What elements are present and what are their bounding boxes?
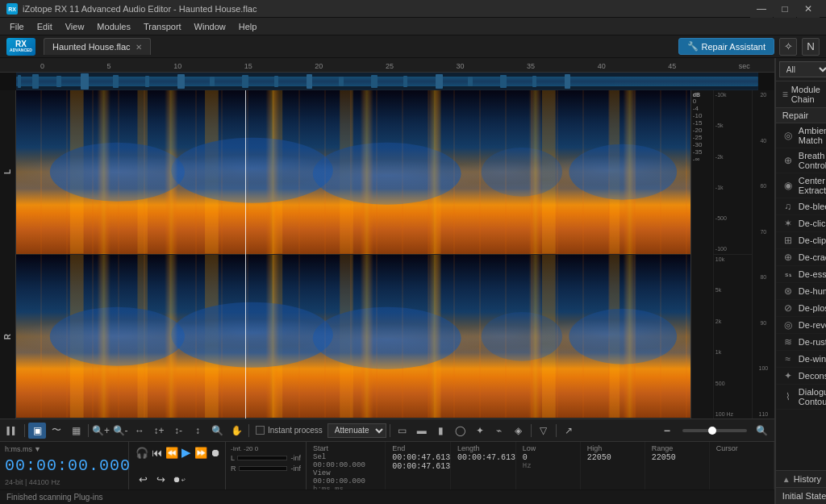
menu-window[interactable]: Window <box>188 20 232 33</box>
audio-indicator-button[interactable]: ▌▌ <box>3 423 21 439</box>
close-button[interactable]: ✕ <box>797 0 820 18</box>
zoom-fit-amp[interactable]: ↕ <box>189 423 206 439</box>
hand-tool[interactable]: ✋ <box>227 423 245 439</box>
module-filter-select[interactable]: All <box>779 61 826 77</box>
brush-tool[interactable]: ⌁ <box>490 423 508 439</box>
freq-label-5k: 5k <box>715 287 750 293</box>
repair-assistant-button[interactable]: 🔧 Repair Assistant <box>678 38 774 55</box>
maximize-button[interactable]: □ <box>774 0 796 18</box>
repair-section-header: Repair ▲ <box>776 108 826 123</box>
history-initial-state[interactable]: Initial State <box>776 488 826 504</box>
de-hum-icon: ⊛ <box>782 285 794 297</box>
minimize-button[interactable]: — <box>750 0 773 18</box>
instant-process-toggle[interactable]: Instant process <box>256 426 323 435</box>
rdb-90: 90 <box>760 320 766 326</box>
instant-process-checkbox[interactable] <box>256 426 265 435</box>
mod-ambience-match[interactable]: ◎ Ambience Match <box>776 123 826 148</box>
zoom-fit[interactable]: ↔ <box>131 423 148 439</box>
rect-select[interactable]: ▭ <box>394 423 411 439</box>
menu-file[interactable]: File <box>3 20 31 33</box>
current-time-display: 00:00:00.000 <box>5 456 123 475</box>
zoom-in-time[interactable]: 🔍+ <box>92 423 110 439</box>
spectrogram-view[interactable]: ▦ <box>67 423 85 439</box>
de-bleed-label: De-bleed <box>799 202 826 211</box>
menu-view[interactable]: View <box>59 20 91 33</box>
high-label: High <box>587 444 638 452</box>
file-tab-close[interactable]: ✕ <box>136 43 142 52</box>
loop-fwd[interactable]: ↪ <box>153 472 168 486</box>
select-tool[interactable]: ▣ <box>28 423 46 439</box>
zoom-out-amp[interactable]: ↕- <box>169 423 187 439</box>
time-format-selector[interactable]: h:ms.ms ▼ <box>5 445 123 453</box>
low-unit: Hz <box>523 462 574 470</box>
eraser-tool[interactable]: ◈ <box>510 423 528 439</box>
end-val: 00:00:47.613 <box>392 453 444 462</box>
zoom-in-amp[interactable]: ↕+ <box>150 423 168 439</box>
zoom-slider[interactable] <box>682 429 747 432</box>
freq-label-1k-top: -1k <box>715 185 750 190</box>
overview-strip[interactable] <box>16 73 758 90</box>
channel-select[interactable]: ▽ <box>535 423 553 439</box>
record-loop[interactable]: ⏺↩ <box>171 472 186 486</box>
mod-de-rustle[interactable]: ≋ De-rustle <box>776 334 826 351</box>
play-btn[interactable]: ▶ <box>181 445 191 460</box>
wand-button[interactable]: ✧ <box>779 38 797 56</box>
low-val: 0 <box>523 453 574 462</box>
mod-de-click[interactable]: ✶ De-click <box>776 215 826 232</box>
skip-back-btn[interactable]: ⏮ <box>152 445 162 460</box>
center-extract-icon: ◉ <box>782 180 794 191</box>
mod-de-hum[interactable]: ⊛ De-hum <box>776 283 826 300</box>
svg-point-36 <box>482 148 562 197</box>
mod-de-wind[interactable]: ≈ De-wind <box>776 351 826 368</box>
time-format-label: h:ms.ms <box>5 445 32 453</box>
spec-detail-l <box>16 90 690 254</box>
freq-select[interactable]: ▬ <box>413 423 431 439</box>
loop-back[interactable]: ↩ <box>136 472 150 486</box>
ruler-mark-20: 20 <box>315 62 323 70</box>
menu-help[interactable]: Help <box>232 20 264 33</box>
mod-de-plosive[interactable]: ⊘ De-plosive <box>776 300 826 317</box>
mod-center-extract[interactable]: ◉ Center Extract <box>776 173 826 198</box>
mod-de-bleed[interactable]: ♫ De-bleed <box>776 198 826 215</box>
waveform-area[interactable]: L R <box>0 90 774 419</box>
waveform-view[interactable]: 〜 <box>48 423 65 439</box>
search-button[interactable]: 🔍 <box>208 423 226 439</box>
menu-edit[interactable]: Edit <box>31 20 59 33</box>
zoom-magnify[interactable]: 🔍 <box>753 423 771 439</box>
ruler-mark-15: 15 <box>244 62 252 70</box>
mod-de-reverb[interactable]: ◎ De-reverb <box>776 317 826 334</box>
next-btn[interactable]: ⏩ <box>194 445 207 460</box>
settings-button[interactable]: N <box>802 38 820 56</box>
mod-dialogue-contour[interactable]: ⌇ Dialogue Contour <box>776 385 826 410</box>
headphones-btn[interactable]: 🎧 <box>136 445 148 460</box>
de-clip-icon: ⊞ <box>782 235 794 246</box>
channel-labels: L R <box>0 90 16 419</box>
record-btn[interactable]: ⏺ <box>211 445 221 460</box>
module-chain-header[interactable]: ≡ Module Chain <box>776 81 826 108</box>
high-val: 22050 <box>587 453 638 462</box>
right-db-strip: 20 40 60 70 80 90 100 110 <box>752 90 774 419</box>
ruler-mark-40: 40 <box>598 62 606 70</box>
menu-transport[interactable]: Transport <box>137 20 188 33</box>
mod-de-clip[interactable]: ⊞ De-clip <box>776 232 826 249</box>
history-expand-icon[interactable]: ▲ <box>782 475 791 484</box>
lasso-select[interactable]: ◯ <box>452 423 469 439</box>
mod-deconstruct[interactable]: ✦ Deconstruct <box>776 368 826 385</box>
mod-breath-control[interactable]: ⊕ Breath Control <box>776 148 826 173</box>
ruler-mark-sec: sec <box>739 62 750 70</box>
prev-btn[interactable]: ⏪ <box>165 445 178 460</box>
breath-control-icon: ⊕ <box>782 155 794 166</box>
mod-de-crackle[interactable]: ⊕ De-crackle <box>776 249 826 266</box>
file-tab[interactable]: Haunted House.flac ✕ <box>44 38 151 55</box>
spectrogram-display[interactable] <box>16 90 690 419</box>
mod-de-ess[interactable]: s₁ De-ess <box>776 266 826 283</box>
menu-modules[interactable]: Modules <box>90 20 137 33</box>
time-select[interactable]: ▮ <box>432 423 450 439</box>
zoom-out-time[interactable]: 🔍- <box>111 423 129 439</box>
magic-select[interactable]: ✦ <box>471 423 489 439</box>
zoom-minus[interactable]: − <box>658 423 676 439</box>
sep2 <box>88 424 89 437</box>
start-view-val: View 00:00:00.000 <box>313 469 378 485</box>
process-btn[interactable]: ↗ <box>560 423 578 439</box>
attenuate-select[interactable]: Attenuate <box>327 423 386 438</box>
